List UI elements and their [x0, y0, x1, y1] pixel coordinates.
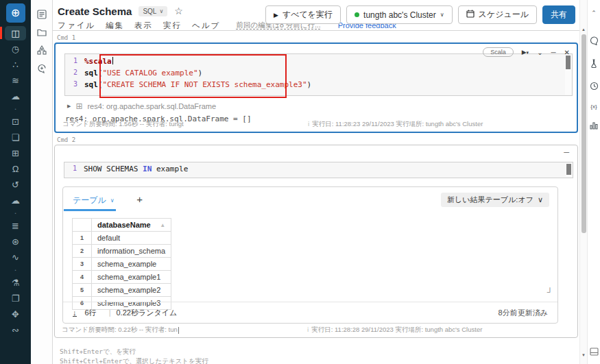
info-icon: ⅰ: [307, 327, 309, 333]
cluster-selector[interactable]: tungth abc's Cluster∨: [346, 5, 453, 24]
shortcut-hint: Shift+Enterで、を実行: [60, 347, 579, 356]
menu-item-4[interactable]: ヘルプ: [192, 21, 220, 31]
results-resize-handle[interactable]: ┘: [547, 287, 553, 297]
code-token: (: [98, 80, 103, 92]
chevron-down-icon[interactable]: ⌄: [537, 49, 542, 56]
download-icon[interactable]: ↓: [73, 309, 77, 317]
close-cell-icon[interactable]: ✕: [564, 49, 570, 56]
bottom-panel-icon[interactable]: [590, 346, 599, 359]
collapse-panel-icon[interactable]: ⌃: [591, 10, 597, 16]
menu-item-3[interactable]: 実行: [163, 21, 182, 31]
jobs-icon[interactable]: ⊛: [0, 234, 31, 250]
models-icon[interactable]: ✥: [0, 306, 31, 322]
share-button[interactable]: 共有: [542, 5, 575, 24]
menu-item-2[interactable]: 表示: [134, 21, 153, 31]
cluster-status-dot: [355, 12, 359, 17]
cmd2-code-editor[interactable]: 1SHOW SCHEMAS IN example: [64, 162, 573, 178]
sql-editor-icon[interactable]: ⊡: [0, 114, 31, 130]
command-duration-text: コマンド所要時間: 0.22秒 -- 実行者: tun: [62, 326, 178, 335]
recents-icon[interactable]: ◷: [0, 41, 31, 57]
database-name-cell: schema_example: [92, 258, 171, 271]
notebook-scrollbar[interactable]: ▲ ▼: [579, 0, 587, 364]
chart-panel-icon[interactable]: [590, 120, 598, 132]
expand-caret-icon[interactable]: ▶: [67, 104, 71, 109]
comments-icon[interactable]: [590, 36, 599, 48]
new-button[interactable]: ⊕: [6, 3, 25, 23]
add-visualization-button[interactable]: +: [136, 193, 143, 205]
code-line[interactable]: 3sql("CREATE SCHEMA IF NOT EXISTS schema…: [65, 80, 572, 92]
table-row[interactable]: 2information_schema: [73, 245, 171, 258]
table-tab[interactable]: テーブル∨: [73, 195, 115, 206]
cmd2-cell[interactable]: ─ 1SHOW SCHEMAS IN example テーブル∨ + 新しい結果…: [54, 145, 578, 338]
schedule-button[interactable]: スケジュール: [458, 5, 537, 24]
compute-icon[interactable]: ☁: [0, 88, 31, 104]
line-number: 3: [65, 80, 84, 92]
run-timestamp-text: 実行日: 11:28:23 29/11/2023 実行場所: tungth ab…: [312, 120, 483, 129]
favorite-star-icon[interactable]: ☆: [174, 5, 183, 16]
data-ingestion-icon[interactable]: ☁: [0, 193, 31, 208]
table-of-contents-icon[interactable]: [37, 10, 47, 19]
code-line[interactable]: 1%scala: [65, 57, 572, 69]
databasename-column-header[interactable]: databaseName▲: [92, 219, 171, 232]
editor-scrollbar[interactable]: [565, 55, 571, 95]
workflows-icon[interactable]: ≋: [0, 73, 31, 88]
workspace-icon[interactable]: ◫: [0, 25, 31, 41]
query-history-icon[interactable]: ↺: [0, 177, 31, 193]
lineage-icon[interactable]: [37, 45, 47, 55]
code-line[interactable]: 1SHOW SCHEMAS IN example: [64, 165, 573, 176]
editor-scrollbar[interactable]: [566, 163, 572, 177]
cell-language-badge[interactable]: Scala: [483, 47, 514, 57]
workspace-icon: ◫: [11, 28, 19, 38]
pipelines-icon[interactable]: ∿: [0, 250, 31, 265]
recents-icon: ◷: [12, 44, 19, 54]
query-history-icon: ↺: [12, 180, 19, 190]
notebook-scroll-area[interactable]: Cmd 1 Scala ▶▾ ⌄ ─ ✕ 1%scala2sql("USE CA…: [53, 31, 579, 364]
collapsed-result-row[interactable]: ▶ ⊞ res4: org.apache.spark.sql.DataFrame: [67, 101, 577, 111]
catalog-icon[interactable]: ∴: [0, 57, 31, 73]
table-row[interactable]: 4schema_example1: [73, 271, 171, 284]
code-token: (: [98, 69, 103, 80]
table-row[interactable]: 5schema_example2: [73, 284, 171, 297]
menu-item-0[interactable]: ファイル: [58, 21, 95, 31]
feature-store-icon[interactable]: ❐: [0, 291, 31, 306]
minimize-cell-icon[interactable]: ─: [551, 49, 556, 56]
cmd2-label: Cmd 2: [57, 136, 579, 143]
dashboards-icon[interactable]: ⊞: [0, 145, 31, 161]
run-all-button[interactable]: ▶すべてを実行: [265, 5, 341, 24]
variables-icon[interactable]: {x}: [590, 104, 597, 110]
code-line[interactable]: 2sql("USE CATALOG example"): [65, 69, 572, 80]
experiments-icon[interactable]: ⚗: [0, 275, 31, 291]
scroll-up-arrow-icon[interactable]: ▲: [580, 27, 587, 32]
data-ingestion-icon: ☁: [11, 195, 20, 206]
alerts-icon[interactable]: Ω: [0, 161, 31, 177]
scrollbar-thumb[interactable]: [581, 34, 586, 233]
main-area: Create Schema SQL∨ ☆ ファイル編集表示実行ヘルプ 前回の編集…: [53, 0, 579, 364]
minimize-cell-icon[interactable]: ─: [564, 148, 569, 156]
default-language-select[interactable]: SQL∨: [139, 6, 167, 16]
table-row[interactable]: 3schema_example: [73, 258, 171, 271]
runtime-text: 0.22秒ランタイム: [116, 308, 177, 318]
catalog-icon: ∴: [12, 60, 18, 70]
new-result-table-toggle[interactable]: 新しい結果テーブル:オフ∨: [441, 193, 549, 207]
table-row[interactable]: 1default: [73, 232, 171, 245]
menu-item-1[interactable]: 編集: [106, 21, 124, 31]
experiments-icon: ⚗: [12, 278, 20, 288]
cmd1-cell[interactable]: Scala ▶▾ ⌄ ─ ✕ 1%scala2sql("USE CATALOG …: [54, 43, 578, 133]
notebook-title[interactable]: Create Schema: [58, 5, 132, 17]
queries-icon[interactable]: ❏: [0, 130, 31, 145]
divider: |: [109, 308, 111, 317]
model-serving-icon[interactable]: ∾: [0, 322, 31, 338]
run-cell-button[interactable]: ▶▾: [522, 49, 529, 56]
right-icon-rail: ⌃ {x}: [587, 0, 600, 364]
code-token: sql: [84, 80, 98, 92]
feature-store-icon: ❐: [12, 293, 20, 304]
revision-history-icon[interactable]: [590, 81, 599, 93]
scroll-down-arrow-icon[interactable]: ▼: [580, 353, 587, 357]
results-panel: テーブル∨ + 新しい結果テーブル:オフ∨ databaseName▲ 1def…: [62, 186, 558, 324]
add-comment-icon[interactable]: [37, 64, 47, 73]
cmd1-code-editor[interactable]: 1%scala2sql("USE CATALOG example")3sql("…: [64, 53, 573, 96]
folder-icon[interactable]: [37, 28, 47, 36]
experiments-icon[interactable]: [590, 58, 598, 71]
cmd1-toolbar: Scala ▶▾ ⌄ ─ ✕: [483, 47, 570, 57]
job-runs-icon[interactable]: ≣: [0, 218, 31, 234]
